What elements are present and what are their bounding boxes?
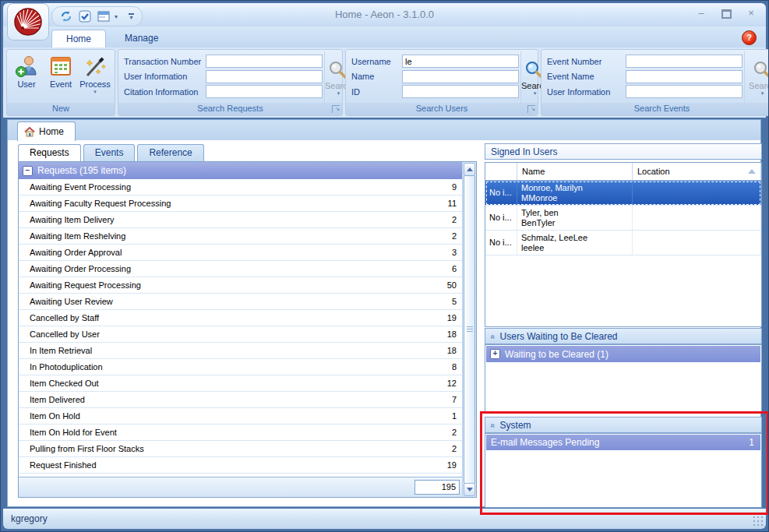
request-status-label: Item Checked Out [30, 379, 447, 388]
email-pending-count: 1 [749, 437, 754, 448]
tab-home[interactable]: Home [17, 122, 76, 141]
request-status-row[interactable]: In Item Retrieval18 [19, 343, 463, 359]
request-status-count: 2 [452, 428, 457, 437]
dialog-launcher-icon[interactable]: ↘ [332, 105, 340, 113]
request-status-row[interactable]: Awaiting Request Processing50 [19, 277, 463, 294]
collapse-chevrons-icon: « [489, 423, 496, 427]
tab-events[interactable]: Events [83, 144, 136, 161]
signed-in-user-row[interactable]: No i...Tyler, benBenTyler [485, 206, 761, 231]
group-label-search-users: Search Users↘ [346, 103, 538, 115]
signed-in-user-row[interactable]: No i...Schmalz, LeeLeeleelee [485, 231, 761, 255]
request-status-row[interactable]: Awaiting Event Processing9 [19, 179, 463, 196]
dialog-launcher-icon[interactable]: ↘ [527, 105, 535, 113]
request-status-row[interactable]: Item Checked Out12 [19, 375, 463, 392]
request-status-label: In Photoduplication [30, 362, 452, 372]
request-status-row[interactable]: Item Delivered7 [19, 392, 463, 408]
column-image[interactable] [485, 163, 517, 180]
request-status-count: 2 [452, 231, 457, 241]
help-button[interactable]: ? [742, 30, 757, 45]
field-label: Transaction Number [124, 57, 202, 66]
scroll-up-button[interactable] [464, 163, 475, 176]
username-input[interactable] [402, 55, 519, 68]
chevron-down-icon: ▾ [337, 91, 340, 95]
group-label-search-events: Search Events↘ [541, 103, 769, 115]
system-panel-caption[interactable]: « System [485, 417, 762, 433]
resize-grip[interactable] [753, 516, 763, 526]
ribbon-tab-home[interactable]: Home [51, 30, 106, 48]
signed-in-users-table: Name Location No i...Monroe, MarilynMMon… [485, 162, 762, 327]
vertical-scrollbar[interactable] [462, 162, 476, 497]
field-label: Event Name [547, 72, 622, 81]
request-status-row[interactable]: Request Finished19 [19, 457, 463, 474]
tab-reference[interactable]: Reference [137, 144, 203, 161]
new-process-button[interactable]: Process ▾ [78, 51, 112, 103]
email-messages-pending-row[interactable]: E-mail Messages Pending 1 [486, 435, 760, 450]
new-event-button[interactable]: Event [44, 51, 78, 103]
minimize-button[interactable]: – [693, 7, 710, 19]
request-status-count: 50 [447, 280, 457, 290]
request-status-row[interactable]: Awaiting Item Reshelving2 [19, 228, 463, 245]
request-status-row[interactable]: In Photoduplication8 [19, 359, 463, 375]
request-status-row[interactable]: Awaiting Faculty Request Processing11 [19, 196, 463, 212]
event-user-information-input[interactable] [626, 85, 743, 98]
request-status-count: 2 [452, 444, 457, 453]
scroll-down-button[interactable] [464, 483, 475, 496]
request-status-row[interactable]: Awaiting User Review5 [19, 294, 463, 310]
document-tab-strip: Home [8, 120, 760, 141]
request-status-row[interactable]: Cancelled by User18 [19, 326, 463, 343]
table-header-row: Name Location [485, 163, 761, 181]
request-status-row[interactable]: Awaiting Order Processing6 [19, 261, 463, 277]
request-status-count: 3 [452, 248, 457, 257]
request-status-row[interactable]: Pulling from First Floor Stacks2 [19, 441, 463, 457]
waiting-panel-caption[interactable]: « Users Waiting to Be Cleared [485, 328, 762, 344]
window-title: Home - Aeon - 3.1.0.0 [3, 9, 766, 20]
column-location[interactable]: Location [633, 163, 761, 180]
request-status-row[interactable]: Awaiting Order Approval3 [19, 245, 463, 261]
user-information-input[interactable] [206, 70, 323, 83]
requests-group-header[interactable]: − Requests (195 items) [19, 162, 463, 179]
ribbon-group-new: User Event [6, 49, 115, 116]
expand-icon[interactable]: + [490, 349, 500, 359]
triangle-down-icon [467, 488, 473, 491]
group-label-search-requests: Search Requests↘ [118, 103, 342, 115]
citation-information-input[interactable] [206, 85, 323, 98]
maximize-button[interactable] [718, 7, 735, 19]
request-status-label: Awaiting Request Processing [30, 280, 447, 290]
status-username: kgregory [11, 513, 48, 524]
title-bar: ▾ ▾ Home - Aeon - 3.1.0.0 – × [3, 3, 766, 26]
name-input[interactable] [402, 70, 519, 83]
user-name-cell: Schmalz, LeeLeeleelee [517, 231, 633, 255]
ribbon-tab-manage[interactable]: Manage [111, 30, 172, 48]
user-name-cell: Monroe, MarilynMMonroe [517, 181, 633, 205]
id-input[interactable] [402, 85, 519, 98]
event-number-input[interactable] [626, 55, 743, 68]
request-status-label: Pulling from First Floor Stacks [30, 444, 452, 453]
event-name-input[interactable] [626, 70, 743, 83]
request-status-count: 9 [452, 182, 457, 192]
search-events-button[interactable]: Search ▾ [744, 51, 769, 103]
waiting-group-row[interactable]: + Waiting to be Cleared (1) [486, 346, 760, 362]
signed-in-users-caption: Signed In Users [485, 143, 762, 160]
request-status-row[interactable]: Item On Hold for Event2 [19, 425, 463, 441]
new-user-button[interactable]: User [9, 51, 44, 103]
tab-requests[interactable]: Requests [18, 144, 81, 161]
request-status-count: 19 [447, 313, 457, 322]
request-status-label: Awaiting Order Processing [30, 264, 452, 273]
collapse-chevrons-icon: « [489, 334, 496, 338]
request-status-row[interactable]: Item On Hold1 [19, 408, 463, 425]
request-status-count: 2 [452, 215, 457, 224]
user-location-cell [633, 231, 761, 255]
transaction-number-input[interactable] [206, 55, 323, 68]
request-status-row[interactable]: Cancelled by Staff19 [19, 310, 463, 326]
request-status-row[interactable]: Awaiting Item Delivery2 [19, 212, 463, 228]
signed-in-user-row[interactable]: No i...Monroe, MarilynMMonroe [485, 181, 761, 206]
application-menu-button[interactable] [7, 3, 49, 41]
collapse-icon[interactable]: − [23, 166, 33, 176]
request-status-count: 12 [447, 379, 457, 388]
close-button[interactable]: × [743, 7, 760, 19]
column-name[interactable]: Name [517, 163, 633, 180]
scrollbar-thumb[interactable] [464, 175, 475, 484]
user-image-cell: No i... [485, 181, 517, 205]
request-status-label: Cancelled by User [30, 329, 447, 339]
user-image-cell: No i... [485, 206, 517, 230]
